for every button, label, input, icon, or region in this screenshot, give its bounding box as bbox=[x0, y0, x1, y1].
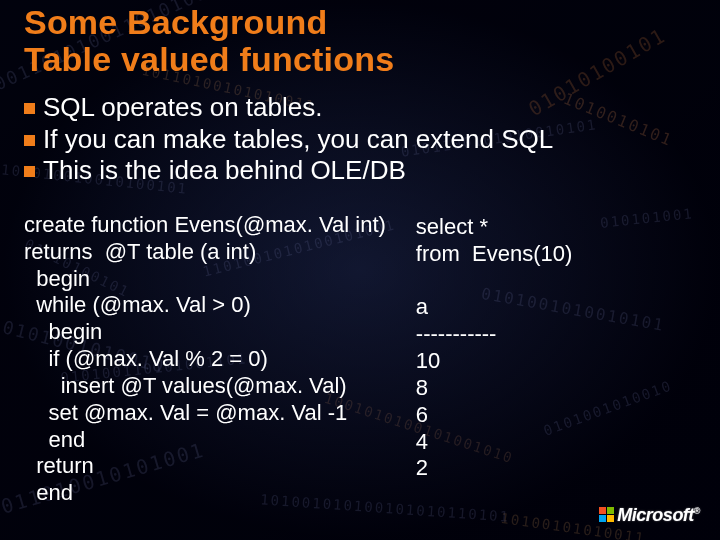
svg-rect-0 bbox=[599, 507, 606, 514]
bullet-item: SQL operates on tables. bbox=[24, 92, 710, 124]
bullet-text: SQL operates on tables. bbox=[43, 92, 322, 124]
content-columns: create function Evens(@max. Val int) ret… bbox=[24, 212, 698, 507]
slide-title: Some Background Table valued functions bbox=[24, 4, 394, 79]
bullet-icon bbox=[24, 103, 35, 114]
bullet-list: SQL operates on tables. If you can make … bbox=[24, 92, 710, 187]
windows-icon bbox=[599, 507, 615, 523]
logo-text: Microsoft bbox=[617, 505, 694, 525]
bullet-text: If you can make tables, you can extend S… bbox=[43, 124, 553, 156]
code-block: create function Evens(@max. Val int) ret… bbox=[24, 212, 386, 507]
bullet-item: This is the idea behind OLE/DB bbox=[24, 155, 710, 187]
result-block: select * from Evens(10) a ----------- 10… bbox=[416, 214, 573, 507]
slide-body: SQL operates on tables. If you can make … bbox=[24, 92, 710, 187]
title-line-2: Table valued functions bbox=[24, 40, 394, 78]
svg-rect-1 bbox=[607, 507, 614, 514]
microsoft-logo: Microsoft® bbox=[599, 505, 700, 526]
svg-rect-2 bbox=[599, 515, 606, 522]
bullet-item: If you can make tables, you can extend S… bbox=[24, 124, 710, 156]
title-line-1: Some Background bbox=[24, 3, 327, 41]
bullet-text: This is the idea behind OLE/DB bbox=[43, 155, 406, 187]
slide: 010011010100110101001 10110100101010011 … bbox=[0, 0, 720, 540]
logo-trademark: ® bbox=[694, 506, 700, 516]
svg-rect-3 bbox=[607, 515, 614, 522]
bullet-icon bbox=[24, 166, 35, 177]
bullet-icon bbox=[24, 135, 35, 146]
